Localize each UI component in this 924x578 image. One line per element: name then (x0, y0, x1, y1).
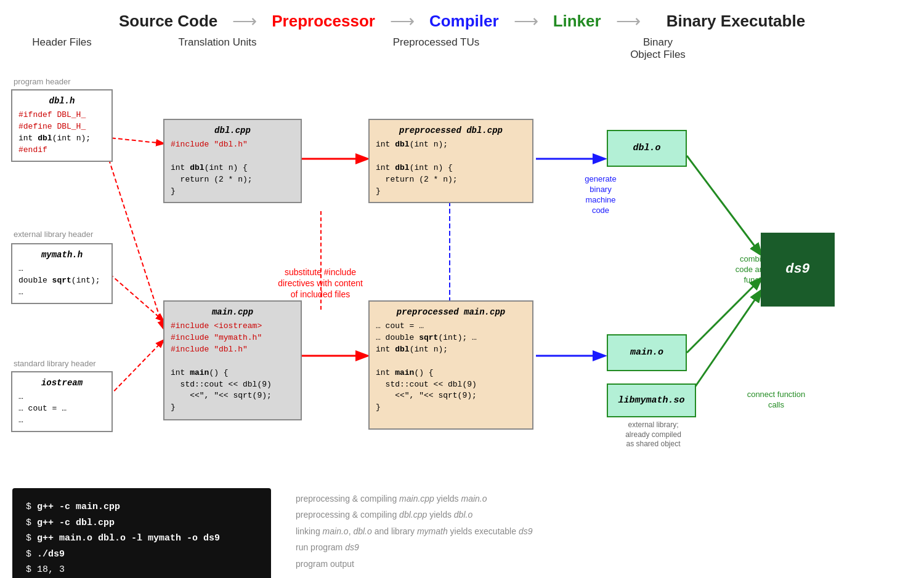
main-cpp-line1: #include <iostream> (171, 321, 294, 332)
pre-dbl-line3: int dbl(int n) { (376, 163, 526, 174)
ext-lib-label: external library header (14, 230, 93, 239)
terminal-line4: $ ./ds9 (26, 547, 257, 563)
iostream-title: iostream (18, 377, 105, 389)
desc-line1: preprocessing & compiling main.cpp yield… (296, 492, 532, 505)
red-divider (320, 211, 322, 310)
preprocessed-main-cpp-box: preprocessed main.cpp … cout = … … doubl… (368, 300, 533, 430)
svg-line-11 (687, 291, 761, 399)
pre-dbl-line4: return (2 * n); (376, 174, 526, 186)
arrow-2: ⟶ (390, 11, 415, 31)
mymath-h-line2: double sqrt(int); (18, 275, 105, 287)
col-header-files: Header Files (11, 36, 113, 49)
ds9-title: ds9 (785, 260, 810, 279)
stage-binary: Binary Executable (667, 12, 805, 31)
libmymath-label: external library; already compiled as sh… (609, 420, 698, 449)
mymath-h-line3: … (18, 287, 105, 299)
generate-label: generatebinarymachinecode (567, 174, 634, 216)
svg-line-9 (687, 156, 761, 254)
ds9-box: ds9 (761, 233, 835, 307)
dbl-o-title: dbl.o (633, 142, 660, 155)
pre-main-line5: int main() { (376, 367, 526, 379)
terminal-box: $ g++ -c main.cpp $ g++ -c dbl.cpp $ g++… (12, 488, 271, 578)
main-cpp-box: main.cpp #include <iostream> #include "m… (163, 300, 302, 420)
preprocessed-dbl-cpp-box: preprocessed dbl.cpp int dbl(int n); int… (368, 119, 533, 203)
descriptions: preprocessing & compiling main.cpp yield… (296, 488, 532, 571)
col-translation-units: Translation Units (150, 36, 285, 49)
main-cpp-line8: } (171, 402, 294, 414)
terminal-line3: $ g++ main.o dbl.o -l mymath -o ds9 (26, 531, 257, 547)
svg-line-0 (105, 137, 163, 143)
dbl-cpp-line4: return (2 * n); (171, 174, 294, 186)
iostream-line2: … cout = … (18, 403, 105, 415)
dbl-cpp-line1: #include "dbl.h" (171, 139, 294, 151)
dbl-cpp-line5: } (171, 186, 294, 198)
mymath-h-title: mymath.h (18, 249, 105, 261)
terminal-line2: $ g++ -c dbl.cpp (26, 515, 257, 531)
pre-main-line4 (376, 356, 526, 367)
main-cpp-line2: #include "mymath.h" (171, 332, 294, 344)
col-preprocessed-tus: Preprocessed TUs (359, 36, 513, 49)
desc-line2: preprocessing & compiling dbl.cpp yields… (296, 508, 532, 521)
main-container: Source Code ⟶ Preprocessor ⟶ Compiler ⟶ … (0, 0, 924, 578)
svg-line-1 (105, 147, 163, 328)
libmymath-title: libmymath.so (618, 394, 684, 407)
dbl-h-box: dbl.h #ifndef DBL_H_ #define DBL_H_ int … (11, 89, 113, 162)
iostream-line1: … (18, 391, 105, 403)
dbl-o-box: dbl.o (607, 130, 687, 167)
pre-dbl-line5: } (376, 186, 526, 198)
pipeline-header: Source Code ⟶ Preprocessor ⟶ Compiler ⟶ … (0, 0, 924, 36)
pre-main-line6: std::cout << dbl(9) (376, 379, 526, 391)
std-lib-label: standard library header (14, 359, 96, 368)
main-o-title: main.o (630, 346, 663, 359)
pre-main-line8: } (376, 402, 526, 414)
main-cpp-line3: #include "dbl.h" (171, 344, 294, 356)
dbl-h-title: dbl.h (18, 95, 105, 107)
preprocessed-dbl-title: preprocessed dbl.cpp (376, 124, 526, 137)
dbl-h-line3: int dbl(int n); (18, 133, 105, 145)
col-binary-objects: Binary Object Files (621, 36, 695, 61)
svg-line-3 (105, 340, 163, 401)
svg-line-10 (687, 279, 761, 353)
program-header-label: program header (14, 77, 71, 86)
dbl-cpp-box: dbl.cpp #include "dbl.h" int dbl(int n) … (163, 119, 302, 203)
desc-line5: program output (296, 557, 532, 571)
pre-main-line3: int dbl(int n); (376, 344, 526, 356)
arrow-1: ⟶ (232, 11, 257, 31)
svg-line-2 (105, 270, 163, 321)
main-cpp-title: main.cpp (171, 306, 294, 318)
pre-dbl-line1: int dbl(int n); (376, 139, 526, 151)
pre-main-line1: … cout = … (376, 321, 526, 332)
main-cpp-line5: int main() { (171, 367, 294, 379)
iostream-box: iostream … … cout = … … (11, 371, 113, 432)
stage-preprocessor: Preprocessor (272, 12, 375, 31)
desc-line4: run program ds9 (296, 540, 532, 554)
dbl-cpp-title: dbl.cpp (171, 124, 294, 137)
iostream-line3: … (18, 415, 105, 427)
mymath-h-line1: … (18, 263, 105, 275)
dbl-h-line2: #define DBL_H_ (18, 121, 105, 133)
main-cpp-line6: std::cout << dbl(9) (171, 379, 294, 391)
terminal-line1: $ g++ -c main.cpp (26, 499, 257, 515)
dbl-cpp-line2 (171, 151, 294, 163)
stage-compiler: Compiler (429, 12, 499, 31)
main-o-box: main.o (607, 334, 687, 371)
pre-dbl-line2 (376, 151, 526, 163)
main-cpp-line4 (171, 356, 294, 367)
connect-label: connect functioncalls (730, 390, 822, 411)
terminal-line5: $ 18, 3 (26, 562, 257, 578)
dbl-cpp-line3: int dbl(int n) { (171, 163, 294, 174)
libmymath-box: libmymath.so (607, 383, 696, 417)
desc-line3: linking main.o, dbl.o and library mymath… (296, 524, 532, 538)
bottom-section: $ g++ -c main.cpp $ g++ -c dbl.cpp $ g++… (0, 488, 924, 578)
preprocessed-main-title: preprocessed main.cpp (376, 306, 526, 318)
main-cpp-line7: <<", "<< sqrt(9); (171, 390, 294, 402)
arrow-4: ⟶ (616, 11, 641, 31)
dbl-h-line1: #ifndef DBL_H_ (18, 110, 105, 121)
diagram-area: program header dbl.h #ifndef DBL_H_ #def… (0, 63, 924, 482)
pre-main-line7: <<", "<< sqrt(9); (376, 390, 526, 402)
stage-source-code: Source Code (119, 12, 217, 31)
dbl-h-line4: #endif (18, 145, 105, 156)
pre-main-line2: … double sqrt(int); … (376, 332, 526, 344)
stage-linker: Linker (553, 12, 601, 31)
mymath-h-box: mymath.h … double sqrt(int); … (11, 243, 113, 304)
